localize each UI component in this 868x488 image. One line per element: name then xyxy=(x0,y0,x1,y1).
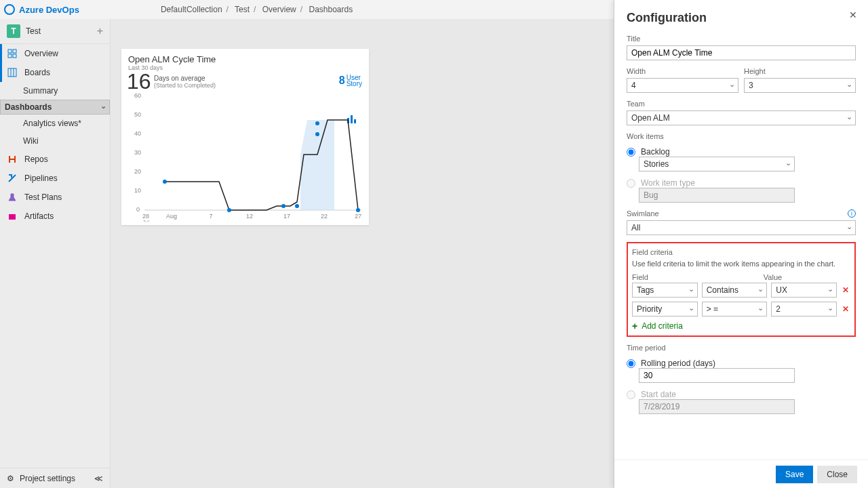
svg-text:30: 30 xyxy=(134,149,141,156)
sidebar: T Test + Overview Boards Summary Dashboa… xyxy=(0,19,111,488)
height-select[interactable]: 3 xyxy=(744,78,856,93)
widget-big-label2: (Started to Completed) xyxy=(154,82,216,89)
criteria-value-1[interactable]: 2 xyxy=(771,302,837,317)
azure-devops-logo-icon xyxy=(4,4,15,15)
svg-rect-2 xyxy=(8,54,12,58)
sidebar-item-repos[interactable]: Repos xyxy=(0,150,110,169)
brand-name: Azure DevOps xyxy=(19,5,79,15)
sidebar-item-overview[interactable]: Overview xyxy=(0,44,110,63)
sidebar-item-boards[interactable]: Boards xyxy=(0,63,110,82)
svg-text:10: 10 xyxy=(134,187,141,194)
rolling-input[interactable] xyxy=(639,368,795,383)
backlog-radio-row[interactable]: Backlog xyxy=(627,147,856,157)
rolling-radio[interactable] xyxy=(627,359,635,368)
crumb-overview[interactable]: Overview xyxy=(262,5,296,14)
backlog-radio[interactable] xyxy=(627,148,635,157)
svg-text:7: 7 xyxy=(209,213,212,220)
svg-text:Jul: Jul xyxy=(142,219,149,222)
criteria-label: Field criteria xyxy=(632,248,673,256)
start-input xyxy=(639,399,795,414)
criteria-field-0[interactable]: Tags xyxy=(632,283,698,298)
criteria-remove-0[interactable]: ✕ xyxy=(841,285,850,295)
sidebar-sub-summary[interactable]: Summary xyxy=(0,82,110,100)
cycle-time-widget[interactable]: Open ALM Cycle Time Last 30 days 16 Days… xyxy=(121,49,369,225)
add-project-button[interactable]: + xyxy=(97,25,103,37)
svg-point-24 xyxy=(315,132,319,136)
svg-rect-0 xyxy=(8,49,12,53)
svg-text:20: 20 xyxy=(134,168,141,175)
sidebar-footer: ⚙ Project settings ≪ xyxy=(0,468,110,488)
crumb-dashboards[interactable]: Dashboards xyxy=(309,5,353,14)
criteria-row-1: Priority > = 2 ✕ xyxy=(632,302,850,317)
start-radio-row[interactable]: Start date xyxy=(627,390,856,399)
swimlane-label: Swimlanei xyxy=(627,209,856,218)
work-items-label: Work items xyxy=(627,132,856,140)
sidebar-item-pipelines[interactable]: Pipelines xyxy=(0,169,110,188)
team-label: Team xyxy=(627,100,856,108)
svg-rect-1 xyxy=(13,49,16,53)
svg-text:12: 12 xyxy=(246,213,253,220)
sidebar-sub-wiki[interactable]: Wiki xyxy=(0,132,110,150)
svg-text:Aug: Aug xyxy=(166,213,177,220)
project-header[interactable]: T Test + xyxy=(0,19,110,44)
svg-point-25 xyxy=(356,208,360,212)
testplans-icon xyxy=(7,192,18,203)
config-panel: Configuration ✕ Title Width 4 Height 3 T… xyxy=(614,0,868,488)
gear-icon[interactable]: ⚙ xyxy=(7,474,14,483)
boards-icon xyxy=(7,67,18,78)
svg-text:22: 22 xyxy=(321,213,328,220)
field-criteria-section: Field criteria Use field criteria to lim… xyxy=(627,242,856,337)
svg-rect-4 xyxy=(8,68,16,77)
svg-text:40: 40 xyxy=(134,130,141,137)
width-label: Width xyxy=(627,67,738,75)
repos-icon xyxy=(7,154,18,165)
backlog-select[interactable]: Stories xyxy=(639,157,795,171)
svg-text:27: 27 xyxy=(355,213,361,220)
title-label: Title xyxy=(627,35,856,43)
widget-subtitle: Last 30 days xyxy=(128,64,362,71)
width-select[interactable]: 4 xyxy=(627,78,738,93)
sidebar-item-artifacts[interactable]: Artifacts xyxy=(0,207,110,226)
sidebar-item-testplans[interactable]: Test Plans xyxy=(0,188,110,207)
save-button[interactable]: Save xyxy=(776,466,813,483)
svg-text:17: 17 xyxy=(283,213,290,220)
team-select[interactable]: Open ALM xyxy=(627,110,856,125)
criteria-op-0[interactable]: Contains xyxy=(702,283,768,298)
panel-footer: Save Close xyxy=(614,460,868,488)
criteria-remove-1[interactable]: ✕ xyxy=(841,304,850,314)
panel-heading: Configuration xyxy=(627,11,856,25)
close-panel-button[interactable]: ✕ xyxy=(849,9,857,20)
collapse-sidebar-icon[interactable]: ≪ xyxy=(94,474,103,483)
svg-text:60: 60 xyxy=(134,92,141,99)
pipelines-icon xyxy=(7,173,18,184)
svg-text:50: 50 xyxy=(134,111,141,118)
add-criteria-button[interactable]: + Add criteria xyxy=(632,321,850,331)
criteria-field-1[interactable]: Priority xyxy=(632,302,698,317)
widget-big-label: Days on average xyxy=(154,75,205,82)
rolling-radio-row[interactable]: Rolling period (days) xyxy=(627,359,856,368)
svg-rect-7 xyxy=(9,214,16,220)
svg-text:0: 0 xyxy=(136,206,140,213)
sidebar-sub-analytics[interactable]: Analytics views* xyxy=(0,115,110,132)
artifacts-icon xyxy=(7,211,18,222)
wit-radio-row[interactable]: Work item type xyxy=(627,178,856,188)
info-icon[interactable]: i xyxy=(848,209,856,218)
criteria-desc: Use field criteria to limit the work ite… xyxy=(632,260,850,268)
svg-point-23 xyxy=(315,121,319,125)
criteria-op-1[interactable]: > = xyxy=(702,302,768,317)
start-radio[interactable] xyxy=(627,390,635,399)
crumb-project[interactable]: Test xyxy=(235,5,250,14)
wit-radio[interactable] xyxy=(627,179,635,188)
overview-icon xyxy=(7,48,18,59)
svg-point-22 xyxy=(295,204,299,208)
title-input[interactable] xyxy=(627,45,856,60)
swimlane-select[interactable]: All xyxy=(627,220,856,235)
breadcrumb[interactable]: DefaultCollection/ Test/ Overview/ Dashb… xyxy=(161,5,353,14)
user-story-badge: 8 UserStory xyxy=(338,75,362,87)
project-settings-link[interactable]: Project settings xyxy=(20,474,75,483)
sidebar-sub-dashboards[interactable]: Dashboards xyxy=(0,100,110,115)
crumb-collection[interactable]: DefaultCollection xyxy=(161,5,222,14)
cycle-time-chart: 60 50 40 30 20 10 0 28 Jul xyxy=(131,89,365,222)
criteria-value-0[interactable]: UX xyxy=(771,283,837,298)
close-button[interactable]: Close xyxy=(817,466,857,483)
